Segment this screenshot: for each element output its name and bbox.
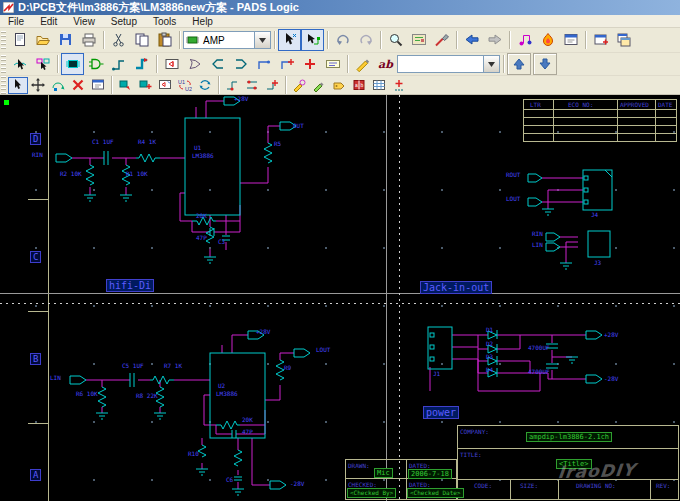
menu-file[interactable]: File [0, 15, 32, 28]
new-window-button[interactable] [589, 29, 612, 51]
edit-attributes-button[interactable] [289, 77, 309, 94]
net-label[interactable]: LIN [50, 375, 61, 381]
add-bus-button[interactable] [130, 53, 153, 75]
net-label[interactable]: LOUT [316, 347, 330, 353]
net-label[interactable]: 4700UF [528, 345, 550, 351]
dictionary-button[interactable]: ab [349, 77, 369, 94]
copy-part-button[interactable] [135, 77, 155, 94]
net-label[interactable]: C1 1UF [92, 139, 114, 145]
section-label[interactable]: hifi-Di [106, 279, 154, 292]
cut-button[interactable] [107, 29, 130, 51]
label-button[interactable] [321, 53, 344, 75]
net-label[interactable]: J4 [591, 212, 598, 218]
net-label[interactable]: 20K [242, 417, 253, 423]
new-button[interactable] [8, 29, 31, 51]
net-label[interactable]: U2 [218, 383, 225, 389]
forward-button[interactable] [483, 29, 506, 51]
net-label[interactable]: OUT [293, 123, 304, 129]
toolbar-grip[interactable] [1, 55, 6, 73]
tie-dot-button[interactable] [298, 53, 321, 75]
net-label[interactable]: D1 [486, 327, 493, 333]
net-label[interactable]: RIN [532, 231, 543, 237]
part-browse-button[interactable] [155, 77, 175, 94]
net-label[interactable]: D2 [486, 341, 493, 347]
move-button[interactable] [28, 77, 48, 94]
net-label[interactable]: D4 [486, 367, 493, 373]
add-part-quick-button[interactable] [115, 77, 135, 94]
net-label[interactable]: -28V [604, 376, 618, 382]
cascade-window-button[interactable] [612, 29, 635, 51]
edit-text-button[interactable] [351, 53, 374, 75]
query-properties-button[interactable] [88, 77, 108, 94]
net-label[interactable]: LIN [532, 242, 543, 248]
schematic-canvas[interactable]: LTR ECO NO: APPROVED DATE COMPANY: ampdi… [0, 95, 680, 501]
net-label[interactable]: R2 10K [60, 171, 82, 177]
checked-dated-value[interactable]: <Checked Date> [407, 488, 464, 498]
menu-edit[interactable]: Edit [32, 15, 65, 28]
swap-pin-button[interactable] [242, 77, 262, 94]
add-pin-button[interactable] [262, 77, 282, 94]
print-button[interactable] [77, 29, 100, 51]
offpage-right-button[interactable] [229, 53, 252, 75]
net-label[interactable]: C6 [226, 477, 233, 483]
section-label[interactable]: Jack-in-out [420, 281, 492, 294]
spreadsheet-button[interactable] [369, 77, 389, 94]
offpage-left-button[interactable] [206, 53, 229, 75]
text-ab-button[interactable]: ab [374, 53, 397, 75]
menu-view[interactable]: View [65, 15, 103, 28]
net-label[interactable]: D3 [486, 354, 493, 360]
route-corner-add-button[interactable] [275, 53, 298, 75]
net-label[interactable]: R4 1K [138, 139, 156, 145]
net-label[interactable]: LOUT [506, 196, 520, 202]
flame-button[interactable] [536, 29, 559, 51]
add-marker-button[interactable] [389, 77, 409, 94]
dated-value[interactable]: 2006-7-18 [408, 469, 452, 479]
search-down-button[interactable] [533, 53, 557, 75]
net-label[interactable]: R9 [284, 365, 291, 371]
toolbar-grip[interactable] [1, 31, 6, 49]
checked-value[interactable]: <Checked By> [347, 488, 396, 498]
net-label[interactable]: ROUT [506, 172, 520, 178]
fields-button[interactable] [329, 77, 349, 94]
find-combo[interactable] [397, 55, 500, 73]
select-mode-button[interactable] [278, 29, 301, 51]
net-label[interactable]: 47P [242, 429, 253, 435]
net-label[interactable]: R7 1K [164, 363, 182, 369]
drawn-value[interactable]: Mic [374, 468, 393, 478]
net-label[interactable]: +28V [604, 332, 618, 338]
net-label[interactable]: -28V [290, 481, 304, 487]
net-label[interactable]: LM3886 [192, 153, 214, 159]
net-label[interactable]: J3 [594, 260, 601, 266]
pointer-button[interactable] [8, 77, 28, 94]
board-view-button[interactable] [407, 29, 430, 51]
redraw-button[interactable] [430, 29, 453, 51]
zoom-button[interactable] [384, 29, 407, 51]
add-logic-gate-button[interactable] [183, 53, 206, 75]
move-pin-button[interactable] [222, 77, 242, 94]
net-label[interactable]: LM3886 [216, 391, 238, 397]
net-label[interactable]: R8 22K [136, 393, 158, 399]
add-part-button[interactable] [61, 53, 84, 75]
net-label[interactable]: +28V [256, 329, 270, 335]
select-filter-button[interactable] [31, 53, 54, 75]
net-label[interactable]: 47P [196, 235, 207, 241]
net-label[interactable]: C3 [218, 239, 225, 245]
menu-tools[interactable]: Tools [145, 15, 184, 28]
net-label[interactable]: R10 [188, 451, 199, 457]
route-corner-button[interactable] [252, 53, 275, 75]
section-label[interactable]: power [423, 406, 459, 419]
net-label[interactable]: +28V [234, 96, 248, 102]
net-label[interactable]: U1 [194, 145, 201, 151]
title-bar[interactable]: D:\PCB文件\lm3886方案\LM3886new方案 - PADS Log… [0, 0, 680, 15]
net-label[interactable]: C5 1UF [122, 363, 144, 369]
net-label[interactable]: 4700UF [528, 369, 550, 375]
net-label[interactable]: R1 10K [126, 171, 148, 177]
select-pointer-button[interactable] [8, 53, 31, 75]
menu-help[interactable]: Help [184, 15, 221, 28]
add-connection-button[interactable] [107, 53, 130, 75]
swap-reference-button[interactable] [195, 77, 215, 94]
save-button[interactable] [54, 29, 77, 51]
part-type-combo[interactable]: AMP [183, 31, 271, 49]
net-label[interactable]: RIN [32, 152, 43, 158]
company-value[interactable]: ampdip-lm3886-2.1ch [526, 432, 612, 442]
